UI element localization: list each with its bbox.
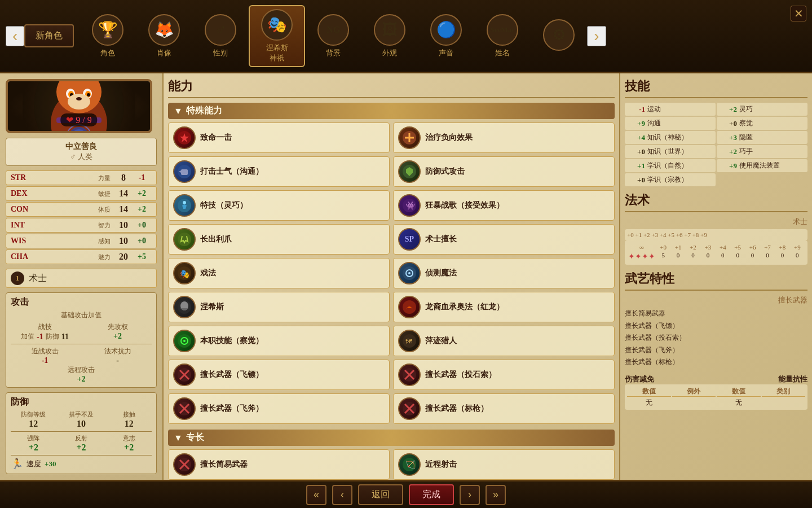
tab-name[interactable]: SeeMac 姓名 [474,5,531,67]
tab-gender[interactable]: ♂ 性别 [192,5,249,67]
speed-label: 速度 [27,459,41,469]
finish-button[interactable]: 完成 [409,484,454,505]
ability-weapon-dart[interactable]: 擅长武器（飞镖） [168,360,390,390]
tab-settings[interactable]: ⚙ [531,5,587,67]
defend-label: 防御 [46,332,59,341]
spell-dots-inf: ✦✦✦✦ [628,252,655,261]
name-icon: SeeMac [487,14,518,46]
first-page-button[interactable]: « [306,485,326,505]
skill-knowledge-arcane[interactable]: +4 知识（神秘） [625,131,716,144]
ability-tracker[interactable]: 🗺 萍迹猎人 [393,326,615,356]
resist-value-2 [672,398,716,408]
battle-cry-name: 狂暴战歌（接受效果） [425,200,504,211]
weapon-list: 擅长简易武器 擅长武器（飞镖） 擅长武器（投石索） 擅长武器（飞斧） 擅长武器（… [625,308,807,369]
skill-knowledge-nature[interactable]: +1 学识（自然） [625,159,716,172]
next-page-button[interactable]: › [460,485,480,505]
ability-con[interactable]: CON 体质 14 +2 [6,202,157,217]
ability-detect-magic[interactable]: 侦测魔法 [393,258,615,288]
special-abilities-header[interactable]: ▼ 特殊能力 [168,103,615,119]
new-character-button[interactable]: 新角色 [24,24,74,47]
tab-portrait[interactable]: 🦊 肖像 [136,5,192,67]
back-button[interactable]: 返回 [358,484,403,505]
top-navigation: ‹ 新角色 🏆 角色 🦊 肖像 ♂ 性别 🎭 涅希斯 神祇 NG 背景 🖼 外观… [0,0,812,73]
ability-red-dragon[interactable]: 龙裔血承奥法（红龙） [393,292,615,322]
spell-plus7: +7 [761,244,774,251]
settings-icon: ⚙ [543,19,575,51]
feats-header[interactable]: ▼ 专长 [168,430,615,446]
skill-knowledge-world[interactable]: +0 知识（世界） [625,145,716,158]
combat-maneuver-label: 战技 [11,322,79,332]
nav-right-arrow[interactable]: › [587,26,606,46]
tab-deity[interactable]: 🎭 涅希斯 神祇 [249,5,305,67]
acrobatics-name: 特技（灵巧） [200,200,248,211]
ability-neshis[interactable]: 涅希斯 [168,292,390,322]
tab-portrait-label: 肖像 [157,48,171,58]
ability-cha[interactable]: CHA 魅力 20 +5 [6,249,157,264]
agility-mod: +2 [720,105,737,114]
spell-class-label: 术士 [625,217,807,227]
fort-value: +2 [11,443,56,453]
ability-weapon-javelin[interactable]: 擅长武器（标枪） [393,393,615,424]
k-world-mod: +0 [628,147,645,156]
spell-count-3: 0 [701,252,714,261]
skill-stealth[interactable]: +3 隐匿 [717,131,807,144]
skill-athletics[interactable]: -1 运动 [625,103,716,116]
ability-cantrips[interactable]: 🎭 戏法 [168,258,390,288]
persuasion-mod: +9 [628,119,645,128]
ability-deadly-strike[interactable]: 致命一击 [168,122,390,153]
prev-page-button[interactable]: ‹ [332,485,352,505]
ability-int[interactable]: INT 智力 10 +0 [6,218,157,233]
ability-weapon-sling[interactable]: 擅长武器（投石索） [393,360,615,390]
ability-scores: STR 力量 8 -1 DEX 敏捷 14 +2 CON 体质 14 +2 IN… [6,170,157,264]
close-button[interactable]: ✕ [791,6,806,21]
ranged-attack-label: 远程攻击 [11,365,152,375]
weapon-item-1: 擅长武器（飞镖） [625,320,807,332]
ability-defensive-strike[interactable]: 防御式攻击 [393,156,615,187]
nav-left-arrow[interactable]: ‹ [6,26,24,46]
resist-col-1-header: 数值 [627,387,671,397]
skill-agility[interactable]: +2 灵巧 [717,103,807,116]
str-subname: 力量 [36,174,111,182]
alignment-text: 中立善良 [12,142,151,152]
cmd-value: 11 [61,332,69,341]
skill-knowledge-religion[interactable]: +0 学识（宗教） [625,173,716,186]
skill-persuasion[interactable]: +9 沟通 [625,117,716,130]
k-religion-name: 学识（宗教） [647,175,688,185]
last-page-button[interactable]: » [486,485,506,505]
tab-background[interactable]: NG 背景 [305,5,361,67]
k-arcane-name: 知识（神秘） [647,133,688,142]
ability-perception-skill[interactable]: 本职技能（察觉） [168,326,390,356]
feat-simple-weapon[interactable]: 擅长简易武器 [168,449,390,480]
ability-battle-cry[interactable]: 👾 狂暴战歌（接受效果） [393,190,615,221]
weapon-sling-icon [398,364,421,386]
ability-str[interactable]: STR 力量 8 -1 [6,170,157,185]
perception-skill-name: 本职技能（察觉） [200,336,263,346]
ability-weapon-hatchet[interactable]: 擅长武器（飞斧） [168,393,390,424]
claws-icon [173,228,196,251]
tab-character[interactable]: 🏆 角色 [80,5,136,67]
ability-acrobatics[interactable]: 特技（灵巧） [168,190,390,221]
con-subname: 体质 [36,205,111,214]
ability-morale-boost[interactable]: 打击士气（沟通） [168,156,390,187]
tab-deity-label: 涅希斯 [266,43,288,53]
left-panel: ❤ 9 / 9 中立善良 ♂ 人类 STR 力量 8 -1 DEX 敏捷 14 [0,73,164,480]
ability-wis[interactable]: WIS 感知 10 +0 [6,234,157,248]
skill-sleight-of-hand[interactable]: +2 巧手 [717,145,807,158]
ability-heal-negative[interactable]: 治疗负向效果 [393,122,615,153]
feat-ranged-shot[interactable]: 🏹 近程射击 [393,449,615,480]
skill-use-magic[interactable]: +9 使用魔法装置 [717,159,807,172]
ability-dex[interactable]: DEX 敏捷 14 +2 [6,186,157,201]
weapon-feats-section: 武艺特性 擅长武器 擅长简易武器 擅长武器（飞镖） 擅长武器（投石索） 擅长武器… [625,270,807,369]
feats-collapse-icon: ▼ [174,433,183,443]
class-info[interactable]: 1 术士 [6,269,157,288]
spell-plus3: +3 [701,244,714,251]
str-mod: -1 [132,173,152,182]
character-portrait[interactable]: ❤ 9 / 9 [6,79,152,133]
skill-perception[interactable]: +0 察觉 [717,117,807,130]
tab-background-label: 背景 [326,48,341,58]
tab-voice[interactable]: 🔵 声音 [418,5,474,67]
ability-sorcerer-proficiency[interactable]: SP 术士擅长 [393,224,615,255]
tab-appearance[interactable]: 🖼 外观 [361,5,418,67]
melee-value: -1 [11,356,79,365]
ability-claws[interactable]: 长出利爪 [168,224,390,255]
